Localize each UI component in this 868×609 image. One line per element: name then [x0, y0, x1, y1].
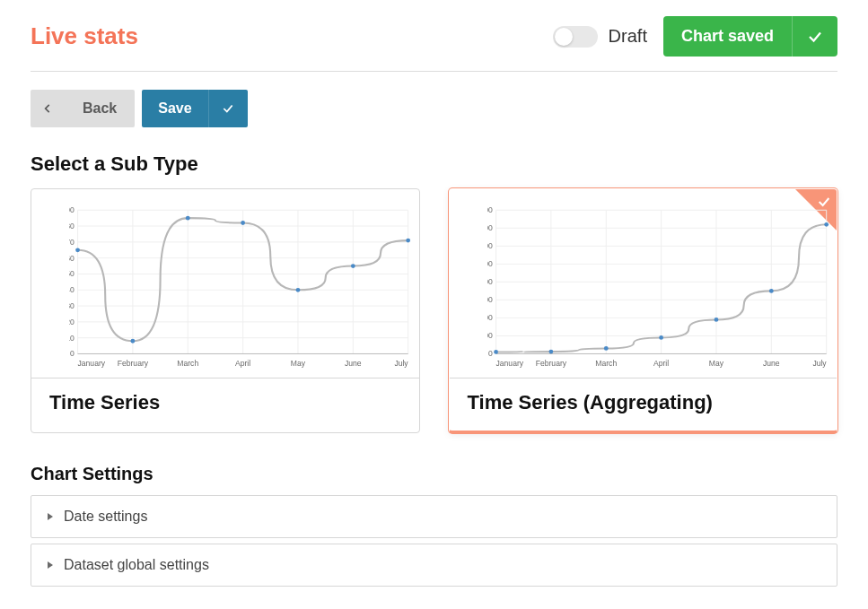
back-button[interactable]: Back	[65, 90, 135, 127]
svg-text:May: May	[708, 359, 723, 368]
chevron-left-icon	[41, 102, 54, 115]
svg-text:March: March	[595, 359, 617, 368]
svg-point-36	[131, 339, 136, 344]
caret-right-icon	[46, 561, 55, 570]
svg-text:February: February	[118, 359, 149, 368]
svg-point-79	[714, 318, 718, 322]
svg-point-76	[548, 350, 553, 354]
card-time-series[interactable]: 0102030405060708090JanuaryFebruaryMarchA…	[31, 188, 420, 433]
svg-point-75	[494, 350, 498, 354]
draft-toggle[interactable]	[553, 26, 598, 48]
svg-text:April: April	[235, 359, 250, 368]
svg-text:70: 70	[69, 238, 75, 247]
svg-text:January: January	[495, 359, 523, 368]
svg-text:May: May	[291, 359, 306, 368]
svg-text:June: June	[345, 359, 362, 368]
svg-point-39	[296, 288, 301, 292]
chart-settings-heading: Chart Settings	[31, 464, 837, 484]
caret-right-icon	[46, 512, 55, 521]
svg-text:0: 0	[70, 349, 75, 358]
svg-point-40	[351, 264, 355, 268]
chart-saved-badge-text: Chart saved	[663, 16, 792, 57]
svg-point-80	[768, 289, 773, 293]
draft-toggle-label: Draft	[609, 26, 647, 47]
chart-saved-badge: Chart saved	[663, 16, 837, 57]
subtype-card-row: 0102030405060708090JanuaryFebruaryMarchA…	[31, 188, 837, 433]
svg-text:July: July	[394, 359, 408, 368]
select-subtype-heading: Select a Sub Type	[31, 152, 837, 176]
card-time-series-label: Time Series	[31, 378, 419, 431]
svg-text:10: 10	[69, 334, 75, 343]
svg-text:January: January	[78, 359, 106, 368]
svg-text:20: 20	[69, 318, 75, 326]
svg-point-37	[186, 216, 190, 221]
svg-text:40: 40	[69, 285, 75, 294]
svg-text:500: 500	[487, 259, 493, 268]
svg-text:400: 400	[487, 277, 493, 286]
save-button[interactable]: Save	[142, 90, 207, 127]
svg-text:June: June	[763, 359, 780, 368]
panel-dataset-global-settings[interactable]: Dataset global settings	[31, 544, 837, 587]
page-title: Live stats	[31, 22, 553, 50]
svg-point-78	[659, 335, 663, 340]
panel-date-settings-label: Date settings	[64, 509, 147, 525]
check-icon	[792, 16, 837, 57]
svg-text:0: 0	[487, 349, 492, 358]
card-time-series-preview: 0102030405060708090JanuaryFebruaryMarchA…	[31, 189, 419, 378]
svg-text:30: 30	[69, 301, 75, 310]
svg-point-81	[824, 222, 829, 227]
svg-text:200: 200	[487, 313, 493, 322]
save-confirm-button[interactable]	[208, 90, 248, 127]
svg-point-41	[406, 239, 410, 243]
svg-text:300: 300	[487, 295, 493, 304]
svg-text:February: February	[535, 359, 566, 368]
back-chevron-button[interactable]	[31, 90, 65, 127]
card-time-series-aggregating-label: Time Series (Aggregating)	[450, 378, 837, 431]
svg-text:90: 90	[69, 205, 75, 214]
svg-text:50: 50	[69, 269, 75, 278]
svg-text:100: 100	[487, 331, 493, 340]
svg-point-77	[603, 346, 608, 351]
svg-text:July: July	[812, 359, 827, 368]
svg-point-35	[75, 248, 80, 252]
svg-text:600: 600	[487, 241, 493, 250]
svg-marker-83	[48, 561, 53, 569]
svg-text:60: 60	[69, 254, 75, 263]
card-time-series-aggregating[interactable]: 0100200300400500600700800JanuaryFebruary…	[449, 188, 838, 433]
panel-dataset-global-settings-label: Dataset global settings	[64, 557, 209, 573]
svg-marker-82	[48, 513, 53, 520]
svg-text:April: April	[653, 359, 669, 368]
svg-text:80: 80	[69, 222, 75, 231]
card-time-series-aggregating-preview: 0100200300400500600700800JanuaryFebruary…	[450, 189, 837, 378]
svg-point-38	[241, 221, 245, 225]
panel-date-settings[interactable]: Date settings	[31, 495, 837, 538]
svg-text:700: 700	[487, 223, 493, 232]
svg-text:March: March	[177, 359, 198, 368]
svg-text:800: 800	[487, 205, 493, 214]
check-icon	[222, 102, 234, 115]
